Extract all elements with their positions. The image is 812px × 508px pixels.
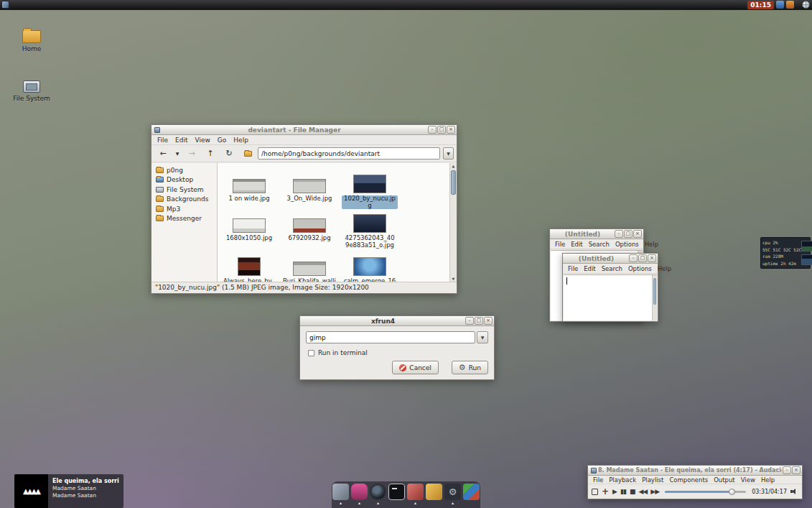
run-in-terminal-checkbox[interactable] [308,350,314,356]
dock-item-package-manager[interactable]: ▴ [407,484,424,505]
sidebar-item-backgrounds[interactable]: Backgrounds [151,195,217,205]
editor-titlebar[interactable]: (Untitled) – □ × [563,254,658,264]
aud-menu-view[interactable]: View [738,476,758,484]
minimize-button[interactable]: – [428,126,437,134]
seek-slider[interactable] [665,488,746,495]
close-button[interactable]: × [633,230,642,238]
editor-menu-search[interactable]: Search [599,264,625,273]
dock-item-media-player[interactable]: ▴ [351,484,368,505]
fm-menu-file[interactable]: File [154,136,172,144]
dock-item-text-editor[interactable] [426,484,442,505]
file-item-selected[interactable]: 1020_by_nucu.jpg [340,172,400,209]
editor-menu-help[interactable]: Help [655,264,674,273]
previous-track-icon[interactable]: ◀◀ [638,488,647,495]
tray-app-icon[interactable] [776,1,784,9]
sidebar-item-messenger[interactable]: Messenger [151,214,217,224]
maximize-button[interactable]: □ [475,317,483,325]
forward-button[interactable]: → [183,147,200,160]
open-files-icon[interactable] [592,489,598,495]
sidebar-item-p0ng[interactable]: p0ng [151,165,217,175]
panel-clock[interactable]: 01:15 [747,1,774,9]
file-item[interactable]: Always_here_by_m... [219,254,279,282]
dock-item-camera[interactable]: ▴ [370,484,386,505]
file-item[interactable]: 1 on wide.jpg [219,172,279,209]
run-button[interactable]: ⚙ Run [452,361,488,374]
close-button[interactable]: × [447,126,455,134]
desktop-icon-filesystem[interactable]: File System [12,74,51,102]
up-button[interactable]: ↑ [202,147,219,160]
reload-button[interactable]: ↻ [220,147,238,160]
minimize-button[interactable]: – [615,230,623,238]
audacious-titlebar[interactable]: 8. Madame Saatan - Ele queima, ela sorri… [588,466,802,476]
file-item[interactable]: 67920932.jpg [279,211,340,249]
editor-menu-file[interactable]: File [565,264,581,273]
next-track-icon[interactable]: ▶▶ [650,488,659,495]
aud-menu-output[interactable]: Output [711,476,738,484]
globe-icon[interactable] [802,1,810,9]
sidebar-item-desktop[interactable]: Desktop [151,175,217,185]
file-item[interactable]: 3_On_Wide.jpg [279,172,340,209]
editor-menu-help[interactable]: Help [642,240,661,249]
fm-menu-help[interactable]: Help [230,136,252,144]
editor-menu-options[interactable]: Options [625,264,655,273]
close-button[interactable]: × [484,317,493,325]
minimize-button[interactable]: – [783,466,791,474]
aud-menu-components[interactable]: Components [666,476,711,484]
scroll-down-icon[interactable]: ▼ [450,277,457,281]
fm-titlebar[interactable]: deviantart - File Manager – □ × [151,125,457,135]
home-button[interactable] [239,147,256,160]
seek-knob[interactable] [729,489,735,495]
editor-menu-edit[interactable]: Edit [568,240,585,249]
editor-titlebar[interactable]: (Untitled) – □ × [550,229,643,239]
file-item[interactable]: 1680x1050.jpg [219,211,279,249]
play-icon[interactable]: ▶ [612,488,617,495]
file-item[interactable]: calm_emerge_1680x... [340,254,400,282]
dock-item-terminal[interactable] [388,484,405,505]
command-input[interactable] [306,331,475,343]
file-item[interactable]: Burj_Khalifa_walling... [279,254,340,282]
close-button[interactable]: × [648,254,656,262]
aud-menu-playback[interactable]: Playback [606,476,639,484]
editor-menu-file[interactable]: File [552,240,568,249]
add-files-icon[interactable]: + [602,488,609,495]
editor-scrollbar[interactable] [652,275,657,320]
fm-menu-view[interactable]: View [192,136,214,144]
dock-item-gimp[interactable]: ▴ [332,484,349,505]
back-button[interactable]: ← [154,147,172,160]
fm-scrollbar[interactable]: ▲ ▼ [449,163,457,282]
sidebar-item-filesystem[interactable]: File System [151,185,217,195]
minimize-button[interactable]: – [465,317,474,325]
file-item[interactable]: 4275362043_409e883a51_o.jpg [340,211,400,249]
editor-menu-options[interactable]: Options [612,240,642,249]
path-dropdown-button[interactable]: ▼ [443,147,454,160]
pause-icon[interactable]: ▮▮ [620,488,626,495]
cancel-button[interactable]: Cancel [392,361,439,374]
scroll-up-icon[interactable]: ▲ [450,164,457,168]
dock-item-settings[interactable]: ⚙ ▴ [444,484,461,505]
stop-icon[interactable]: ■ [630,488,635,495]
applications-menu-icon[interactable] [1,1,9,9]
command-history-dropdown[interactable]: ▼ [477,331,488,343]
maximize-button[interactable]: □ [624,230,633,238]
fm-menu-go[interactable]: Go [214,136,230,144]
aud-menu-playlist[interactable]: Playlist [639,476,666,484]
volume-icon[interactable] [790,488,798,495]
editor-text-area[interactable] [564,274,657,320]
aud-menu-file[interactable]: File [590,476,606,484]
run-titlebar[interactable]: xfrun4 – □ × [300,316,494,326]
dock-item-workspaces[interactable] [463,484,480,505]
tray-notification-icon[interactable] [786,1,794,9]
close-button[interactable]: × [792,466,801,474]
sidebar-item-mp3[interactable]: Mp3 [151,204,217,214]
scrollbar-thumb[interactable] [451,170,456,195]
desktop-icon-home[interactable]: Home [12,24,51,52]
editor-menu-edit[interactable]: Edit [581,264,598,273]
maximize-button[interactable]: □ [437,126,446,134]
editor-menu-search[interactable]: Search [586,240,612,249]
aud-menu-help[interactable]: Help [758,476,778,484]
scrollbar-thumb[interactable] [653,278,656,305]
back-history-dropdown-icon[interactable]: ▼ [173,147,182,160]
minimize-button[interactable]: – [629,254,638,262]
fm-menu-edit[interactable]: Edit [172,136,191,144]
path-bar[interactable]: /home/p0ng/backgrounds/deviantart [258,147,440,160]
